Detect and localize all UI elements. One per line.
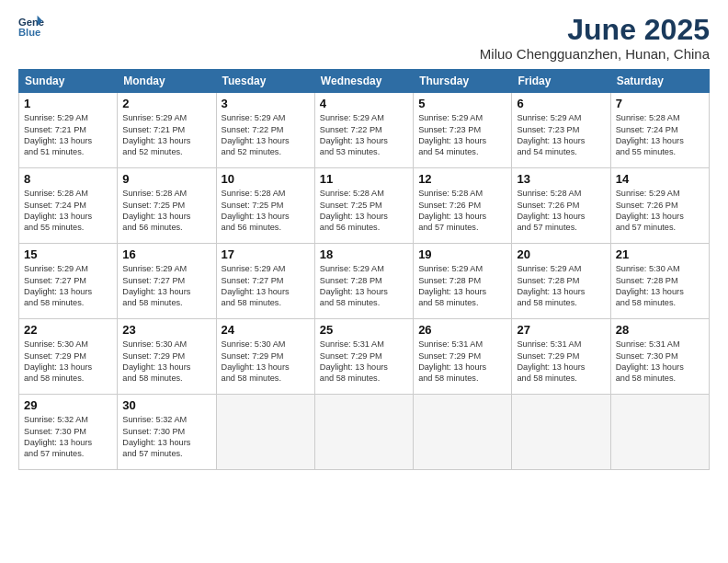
svg-text:Blue: Blue: [18, 27, 40, 38]
day-number: 24: [222, 323, 310, 337]
day-info: Sunrise: 5:29 AM Sunset: 7:21 PM Dayligh…: [24, 112, 112, 158]
calendar-cell: 1Sunrise: 5:29 AM Sunset: 7:21 PM Daylig…: [19, 93, 118, 168]
calendar-week-row: 1Sunrise: 5:29 AM Sunset: 7:21 PM Daylig…: [19, 93, 710, 168]
day-info: Sunrise: 5:29 AM Sunset: 7:23 PM Dayligh…: [517, 112, 605, 158]
calendar-week-row: 8Sunrise: 5:28 AM Sunset: 7:24 PM Daylig…: [19, 168, 710, 244]
day-info: Sunrise: 5:31 AM Sunset: 7:29 PM Dayligh…: [418, 339, 506, 385]
header: General Blue June 2025 Miluo Chengguanzh…: [18, 14, 710, 62]
day-number: 14: [616, 172, 704, 186]
day-info: Sunrise: 5:28 AM Sunset: 7:24 PM Dayligh…: [616, 112, 704, 158]
day-info: Sunrise: 5:29 AM Sunset: 7:23 PM Dayligh…: [418, 112, 506, 158]
calendar-cell: [216, 395, 314, 470]
day-info: Sunrise: 5:29 AM Sunset: 7:28 PM Dayligh…: [418, 263, 506, 309]
calendar-cell: 19Sunrise: 5:29 AM Sunset: 7:28 PM Dayli…: [414, 244, 512, 319]
calendar-cell: 21Sunrise: 5:30 AM Sunset: 7:28 PM Dayli…: [610, 244, 709, 319]
calendar-week-row: 29Sunrise: 5:32 AM Sunset: 7:30 PM Dayli…: [19, 395, 710, 470]
weekday-header-wednesday: Wednesday: [314, 70, 413, 93]
day-info: Sunrise: 5:29 AM Sunset: 7:27 PM Dayligh…: [24, 263, 112, 309]
calendar-cell: 25Sunrise: 5:31 AM Sunset: 7:29 PM Dayli…: [314, 319, 413, 395]
day-number: 3: [222, 97, 310, 110]
weekday-header-monday: Monday: [118, 70, 216, 93]
day-info: Sunrise: 5:32 AM Sunset: 7:30 PM Dayligh…: [24, 414, 112, 460]
day-info: Sunrise: 5:29 AM Sunset: 7:21 PM Dayligh…: [122, 112, 210, 158]
day-number: 13: [517, 172, 605, 186]
calendar-cell: [314, 395, 413, 470]
weekday-header-friday: Friday: [512, 70, 610, 93]
day-info: Sunrise: 5:29 AM Sunset: 7:27 PM Dayligh…: [222, 263, 310, 309]
day-number: 4: [320, 97, 408, 110]
day-info: Sunrise: 5:28 AM Sunset: 7:26 PM Dayligh…: [418, 188, 506, 234]
day-number: 26: [418, 323, 506, 337]
calendar-week-row: 22Sunrise: 5:30 AM Sunset: 7:29 PM Dayli…: [19, 319, 710, 395]
day-info: Sunrise: 5:30 AM Sunset: 7:29 PM Dayligh…: [122, 339, 210, 385]
day-number: 17: [222, 247, 310, 261]
calendar-cell: 16Sunrise: 5:29 AM Sunset: 7:27 PM Dayli…: [118, 244, 216, 319]
calendar-table: SundayMondayTuesdayWednesdayThursdayFrid…: [18, 69, 710, 470]
day-info: Sunrise: 5:30 AM Sunset: 7:29 PM Dayligh…: [222, 339, 310, 385]
day-info: Sunrise: 5:29 AM Sunset: 7:28 PM Dayligh…: [517, 263, 605, 309]
weekday-header-thursday: Thursday: [414, 70, 512, 93]
calendar-cell: 15Sunrise: 5:29 AM Sunset: 7:27 PM Dayli…: [19, 244, 118, 319]
location-title: Miluo Chengguanzhen, Hunan, China: [480, 46, 710, 62]
calendar-cell: 27Sunrise: 5:31 AM Sunset: 7:29 PM Dayli…: [512, 319, 610, 395]
calendar-cell: 5Sunrise: 5:29 AM Sunset: 7:23 PM Daylig…: [414, 93, 512, 168]
day-number: 22: [24, 323, 112, 337]
day-number: 6: [517, 97, 605, 110]
calendar-cell: 9Sunrise: 5:28 AM Sunset: 7:25 PM Daylig…: [118, 168, 216, 244]
day-info: Sunrise: 5:29 AM Sunset: 7:28 PM Dayligh…: [320, 263, 408, 309]
calendar-week-row: 15Sunrise: 5:29 AM Sunset: 7:27 PM Dayli…: [19, 244, 710, 319]
calendar-cell: 6Sunrise: 5:29 AM Sunset: 7:23 PM Daylig…: [512, 93, 610, 168]
month-title: June 2025: [480, 14, 710, 46]
logo-icon: General Blue: [18, 14, 44, 40]
weekday-header-row: SundayMondayTuesdayWednesdayThursdayFrid…: [19, 70, 710, 93]
day-number: 18: [320, 247, 408, 261]
calendar-cell: 12Sunrise: 5:28 AM Sunset: 7:26 PM Dayli…: [414, 168, 512, 244]
day-number: 11: [320, 172, 408, 186]
day-number: 19: [418, 247, 506, 261]
day-info: Sunrise: 5:29 AM Sunset: 7:26 PM Dayligh…: [616, 188, 704, 234]
calendar-cell: 10Sunrise: 5:28 AM Sunset: 7:25 PM Dayli…: [216, 168, 314, 244]
day-number: 9: [122, 172, 210, 186]
day-number: 21: [616, 247, 704, 261]
calendar-cell: 4Sunrise: 5:29 AM Sunset: 7:22 PM Daylig…: [314, 93, 413, 168]
day-number: 5: [418, 97, 506, 110]
day-number: 15: [24, 247, 112, 261]
calendar-cell: [512, 395, 610, 470]
calendar-cell: 26Sunrise: 5:31 AM Sunset: 7:29 PM Dayli…: [414, 319, 512, 395]
day-info: Sunrise: 5:28 AM Sunset: 7:25 PM Dayligh…: [222, 188, 310, 234]
calendar-cell: [414, 395, 512, 470]
day-number: 25: [320, 323, 408, 337]
calendar-cell: 23Sunrise: 5:30 AM Sunset: 7:29 PM Dayli…: [118, 319, 216, 395]
calendar-cell: 3Sunrise: 5:29 AM Sunset: 7:22 PM Daylig…: [216, 93, 314, 168]
day-info: Sunrise: 5:32 AM Sunset: 7:30 PM Dayligh…: [122, 414, 210, 460]
day-number: 12: [418, 172, 506, 186]
day-number: 1: [24, 97, 112, 110]
calendar-cell: 29Sunrise: 5:32 AM Sunset: 7:30 PM Dayli…: [19, 395, 118, 470]
calendar-cell: 30Sunrise: 5:32 AM Sunset: 7:30 PM Dayli…: [118, 395, 216, 470]
calendar-cell: 2Sunrise: 5:29 AM Sunset: 7:21 PM Daylig…: [118, 93, 216, 168]
calendar-cell: 8Sunrise: 5:28 AM Sunset: 7:24 PM Daylig…: [19, 168, 118, 244]
calendar-cell: 22Sunrise: 5:30 AM Sunset: 7:29 PM Dayli…: [19, 319, 118, 395]
day-number: 8: [24, 172, 112, 186]
weekday-header-saturday: Saturday: [610, 70, 709, 93]
day-number: 28: [616, 323, 704, 337]
calendar-cell: 17Sunrise: 5:29 AM Sunset: 7:27 PM Dayli…: [216, 244, 314, 319]
day-info: Sunrise: 5:29 AM Sunset: 7:27 PM Dayligh…: [122, 263, 210, 309]
day-info: Sunrise: 5:30 AM Sunset: 7:29 PM Dayligh…: [24, 339, 112, 385]
day-number: 20: [517, 247, 605, 261]
day-info: Sunrise: 5:29 AM Sunset: 7:22 PM Dayligh…: [320, 112, 408, 158]
day-number: 2: [122, 97, 210, 110]
day-number: 27: [517, 323, 605, 337]
day-info: Sunrise: 5:31 AM Sunset: 7:29 PM Dayligh…: [517, 339, 605, 385]
day-number: 10: [222, 172, 310, 186]
calendar-cell: 13Sunrise: 5:28 AM Sunset: 7:26 PM Dayli…: [512, 168, 610, 244]
calendar-cell: 18Sunrise: 5:29 AM Sunset: 7:28 PM Dayli…: [314, 244, 413, 319]
calendar-cell: [610, 395, 709, 470]
day-number: 7: [616, 97, 704, 110]
title-block: June 2025 Miluo Chengguanzhen, Hunan, Ch…: [480, 14, 710, 62]
weekday-header-sunday: Sunday: [19, 70, 118, 93]
calendar-cell: 20Sunrise: 5:29 AM Sunset: 7:28 PM Dayli…: [512, 244, 610, 319]
calendar-cell: 28Sunrise: 5:31 AM Sunset: 7:30 PM Dayli…: [610, 319, 709, 395]
day-info: Sunrise: 5:28 AM Sunset: 7:25 PM Dayligh…: [122, 188, 210, 234]
calendar-cell: 11Sunrise: 5:28 AM Sunset: 7:25 PM Dayli…: [314, 168, 413, 244]
